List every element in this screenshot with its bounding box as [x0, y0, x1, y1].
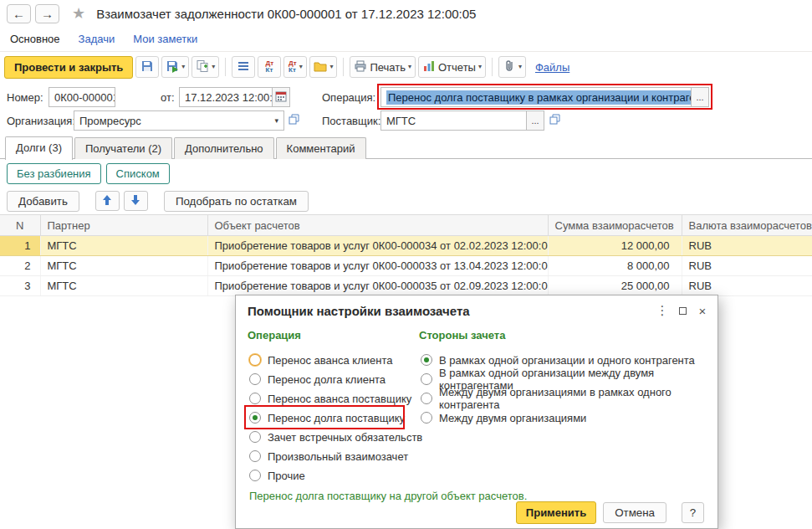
- organization-open-button[interactable]: [285, 110, 302, 131]
- col-header-currency[interactable]: Валюта взаиморасчетов: [682, 215, 812, 236]
- col-header-object[interactable]: Объект расчетов: [207, 215, 548, 236]
- radio-two-orgs[interactable]: Между двумя организациями: [421, 408, 586, 427]
- tab-debts[interactable]: Долги (3): [5, 136, 73, 160]
- create-based-on-button[interactable]: ▾: [192, 56, 219, 78]
- section-tabstrip: Долги (3) Получатели (2) Дополнительно К…: [0, 134, 812, 159]
- operation-label: Операция:: [322, 91, 375, 104]
- toolbar-separator: [343, 58, 344, 76]
- folder-menu-button[interactable]: ▾: [309, 56, 337, 78]
- tab-additional[interactable]: Дополнительно: [174, 137, 274, 159]
- radio-icon: [421, 412, 432, 424]
- post-and-close-button[interactable]: Провести и закрыть: [4, 56, 133, 79]
- toolbar-separator: [492, 58, 493, 76]
- dialog-menu-button[interactable]: ⋮: [652, 300, 672, 321]
- reports-button[interactable]: Отчеты ▾: [418, 56, 486, 78]
- window-titlebar: ← → ★ Взаимозачет задолженности 0К00-000…: [0, 0, 812, 27]
- radio-icon: [249, 354, 261, 366]
- nav-links-row: Основное Задачи Мои заметки: [0, 27, 812, 52]
- dropdown-arrow-icon: ▾: [408, 64, 411, 70]
- cancel-button[interactable]: Отмена: [603, 502, 666, 523]
- attachments-button[interactable]: ▾: [498, 56, 526, 78]
- col-header-sum[interactable]: Сумма взаиморасчетов: [548, 215, 682, 236]
- nav-tab-tasks[interactable]: Задачи: [79, 33, 115, 45]
- forward-button[interactable]: →: [35, 4, 59, 23]
- registers-list-button[interactable]: [232, 56, 255, 78]
- dropdown-arrow-icon: ▾: [299, 64, 303, 70]
- apply-button[interactable]: Применить: [516, 501, 596, 524]
- list-icon: [237, 59, 250, 75]
- reports-button-label: Отчеты: [438, 61, 476, 74]
- col-header-n[interactable]: N: [0, 215, 40, 236]
- table-header-row: N Партнер Объект расчетов Сумма взаимора…: [0, 215, 812, 236]
- organization-value: Промресурс: [79, 115, 141, 127]
- table-row[interactable]: 3 МГТС Приобретение товаров и услуг 0К00…: [0, 276, 812, 296]
- files-link[interactable]: Файлы: [535, 61, 569, 74]
- dropdown-arrow-icon: ▾: [518, 64, 522, 70]
- page-title: Взаимозачет задолженности 0К00-000001 от…: [96, 7, 476, 21]
- radio-icon: [249, 450, 261, 462]
- radio-icon: [249, 470, 261, 481]
- date-label: от:: [161, 91, 175, 104]
- tab-comment[interactable]: Комментарий: [276, 137, 366, 159]
- postings-button[interactable]: ДтКт: [258, 56, 281, 78]
- radio-transfer-client-debt[interactable]: Перенос долга клиента: [249, 370, 386, 388]
- add-row-button[interactable]: Добавить: [7, 191, 79, 212]
- move-row-down-button[interactable]: [124, 191, 148, 211]
- number-field[interactable]: 0К00-000001: [49, 87, 115, 107]
- back-button[interactable]: ←: [7, 4, 31, 23]
- debts-table: N Партнер Объект расчетов Сумма взаимора…: [0, 214, 812, 296]
- supplier-more-button[interactable]: ...: [526, 110, 544, 131]
- dropdown-arrow-icon: ▾: [329, 64, 333, 70]
- dialog-close-button[interactable]: ×: [692, 300, 712, 321]
- operation-more-button[interactable]: ...: [691, 87, 709, 107]
- radio-transfer-supplier-advance[interactable]: Перенос аванса поставщику: [249, 389, 411, 408]
- printer-icon: [354, 59, 367, 75]
- supplier-field[interactable]: МГТС: [380, 110, 527, 131]
- pick-by-balances-button[interactable]: Подобрать по остаткам: [164, 191, 309, 212]
- supplier-open-button[interactable]: [546, 110, 563, 131]
- combo-dropdown-icon[interactable]: ▾: [274, 116, 278, 125]
- table-row[interactable]: 1 МГТС Приобретение товаров и услуг 0К00…: [0, 236, 812, 256]
- copy-documents-icon: [196, 59, 209, 75]
- move-row-up-button[interactable]: [95, 191, 120, 211]
- radio-arbitrary-offset[interactable]: Произвольный взаимозачет: [249, 447, 408, 465]
- dropdown-arrow-icon: ▾: [181, 64, 185, 70]
- nav-tab-main[interactable]: Основное: [10, 33, 60, 45]
- print-button[interactable]: Печать ▾: [350, 56, 416, 78]
- calendar-button[interactable]: [272, 87, 290, 107]
- back-arrow-icon: ←: [13, 7, 25, 21]
- view-switch-list[interactable]: Списком: [106, 163, 170, 184]
- tab-recipients[interactable]: Получатели (2): [74, 137, 172, 159]
- table-row[interactable]: 2 МГТС Приобретение товаров и услуг 0К00…: [0, 256, 812, 276]
- radio-two-orgs-one-contractor[interactable]: Между двумя организациями в рамках одног…: [421, 389, 718, 408]
- save-and-post-button[interactable]: ▾: [161, 56, 189, 78]
- date-field[interactable]: 17.12.2023 12:00:05: [179, 87, 273, 107]
- radio-transfer-client-advance[interactable]: Перенос аванса клиента: [249, 351, 392, 369]
- dialog-footer: Применить Отмена ?: [516, 501, 704, 524]
- radio-transfer-supplier-debt[interactable]: Перенос долга поставщику: [249, 408, 405, 427]
- operation-field[interactable]: Перенос долга поставщику в рамках органи…: [380, 87, 692, 107]
- help-button[interactable]: ?: [682, 502, 704, 523]
- up-arrow-icon: [101, 194, 113, 208]
- floppy-icon: [140, 59, 154, 75]
- view-switch-no-split[interactable]: Без разбиения: [7, 163, 101, 184]
- radio-icon: [249, 412, 261, 424]
- dialog-title: Помощник настройки взаимозачета: [248, 304, 652, 318]
- operation-group-title: Операция: [248, 329, 301, 342]
- supplier-label: Поставщик:: [322, 115, 380, 127]
- organization-combo[interactable]: Промресурс ▾: [74, 110, 284, 131]
- radio-offset-mutual-obligations[interactable]: Зачет встречных обязательств: [249, 428, 422, 446]
- favorite-star-icon[interactable]: ★: [72, 4, 85, 23]
- calendar-icon: [275, 90, 287, 104]
- dialog-maximize-button[interactable]: [672, 300, 692, 321]
- dialog-header: Помощник настройки взаимозачета ⋮ ×: [236, 295, 718, 326]
- col-header-partner[interactable]: Партнер: [40, 215, 207, 236]
- nav-tab-notes[interactable]: Мои заметки: [133, 33, 197, 45]
- command-toolbar: Провести и закрыть ▾ ▾ ДтКт ДтКт ▾ ▾ Печ…: [0, 52, 812, 82]
- operation-selected-text: Перенос долга поставщику в рамках органи…: [386, 90, 692, 105]
- open-in-window-icon: [289, 114, 299, 127]
- radio-icon: [249, 373, 261, 385]
- postings-menu-button[interactable]: ДтКт ▾: [283, 56, 307, 78]
- save-button[interactable]: [135, 56, 159, 78]
- radio-other[interactable]: Прочие: [249, 466, 305, 485]
